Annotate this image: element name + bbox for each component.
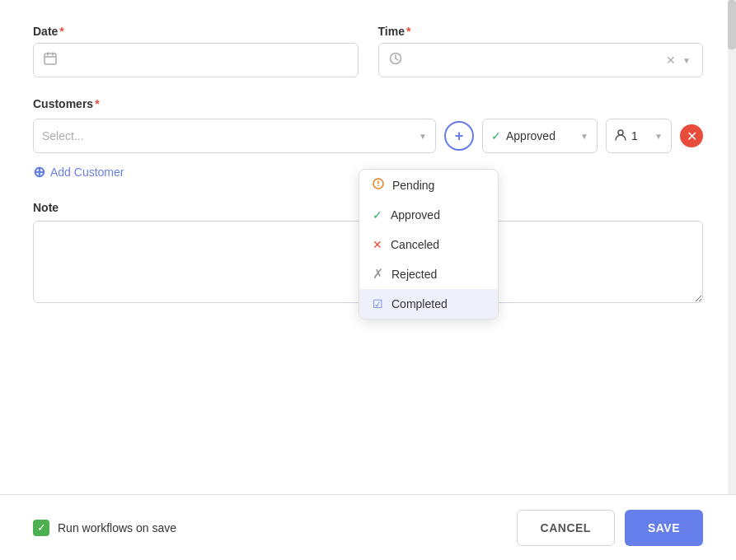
time-input[interactable]: 21:00 xyxy=(409,54,659,67)
status-option-rejected[interactable]: ✗ Rejected xyxy=(359,259,498,289)
canceled-icon: ✕ xyxy=(373,238,382,251)
customers-row: Select... ▼ + ✓ Approved ▼ 1 xyxy=(33,119,703,153)
time-field-group: Time* 21:00 ✕ ▼ xyxy=(378,25,704,77)
remove-customer-button[interactable]: ✕ xyxy=(680,124,703,147)
approved-icon: ✓ xyxy=(373,208,382,222)
footer-buttons: CANCEL SAVE xyxy=(517,510,703,546)
time-input-actions: ✕ ▼ xyxy=(664,52,692,68)
clock-icon xyxy=(389,52,402,68)
person-count-arrow-icon: ▼ xyxy=(654,132,663,141)
scrollbar-track xyxy=(728,0,736,494)
customer-select-arrow-icon: ▼ xyxy=(419,132,427,141)
customer-select[interactable]: Select... ▼ xyxy=(33,119,436,153)
person-icon xyxy=(615,129,626,143)
svg-line-6 xyxy=(396,58,398,60)
add-customer-plus-icon: ⊕ xyxy=(33,163,45,181)
footer-bar: ✓ Run workflows on save CANCEL SAVE xyxy=(0,494,736,560)
date-time-row: Date* 04.02.2022 Time* xyxy=(33,25,703,77)
add-customer-row-button[interactable]: + xyxy=(444,121,474,151)
status-option-canceled[interactable]: ✕ Canceled xyxy=(359,230,498,259)
customer-select-placeholder: Select... xyxy=(42,129,84,142)
date-field-group: Date* 04.02.2022 xyxy=(33,25,359,77)
add-customer-link-label: Add Customer xyxy=(50,166,124,179)
person-count-select[interactable]: 1 ▼ xyxy=(606,119,672,153)
scrollbar-thumb[interactable] xyxy=(728,0,736,49)
time-clear-button[interactable]: ✕ xyxy=(664,52,677,68)
status-dropdown-menu: Pending ✓ Approved ✕ Canceled ✗ Rejected… xyxy=(359,169,499,320)
status-select[interactable]: ✓ Approved ▼ xyxy=(482,119,598,153)
time-label: Time* xyxy=(378,25,704,38)
customers-label: Customers* xyxy=(33,97,703,110)
svg-point-7 xyxy=(618,130,623,135)
approved-label: Approved xyxy=(391,208,440,222)
time-dropdown-button[interactable]: ▼ xyxy=(681,54,692,67)
date-input[interactable]: 04.02.2022 xyxy=(63,54,348,67)
workflow-checkbox[interactable]: ✓ xyxy=(33,520,49,536)
time-input-wrapper[interactable]: 21:00 ✕ ▼ xyxy=(378,43,704,77)
rejected-icon: ✗ xyxy=(373,268,383,281)
svg-point-10 xyxy=(377,185,379,187)
status-option-approved[interactable]: ✓ Approved xyxy=(359,200,498,230)
date-label: Date* xyxy=(33,25,359,38)
svg-rect-0 xyxy=(45,54,56,64)
workflow-label: Run workflows on save xyxy=(58,521,176,534)
pending-icon xyxy=(373,178,384,192)
save-button[interactable]: SAVE xyxy=(625,510,703,546)
status-option-completed[interactable]: ☑ Completed xyxy=(359,289,498,319)
status-dropdown-arrow-icon: ▼ xyxy=(580,132,588,141)
cancel-button[interactable]: CANCEL xyxy=(517,510,615,546)
status-check-icon: ✓ xyxy=(491,129,501,142)
canceled-label: Canceled xyxy=(391,238,439,251)
workflow-check-row: ✓ Run workflows on save xyxy=(33,520,176,536)
calendar-icon xyxy=(44,52,57,68)
date-input-wrapper[interactable]: 04.02.2022 xyxy=(33,43,359,77)
pending-label: Pending xyxy=(392,179,434,192)
rejected-label: Rejected xyxy=(391,268,437,281)
completed-icon: ☑ xyxy=(373,297,383,310)
person-count-value: 1 xyxy=(631,129,638,142)
completed-label: Completed xyxy=(391,297,448,310)
status-option-pending[interactable]: Pending xyxy=(359,170,498,200)
status-label-text: Approved xyxy=(506,129,556,142)
